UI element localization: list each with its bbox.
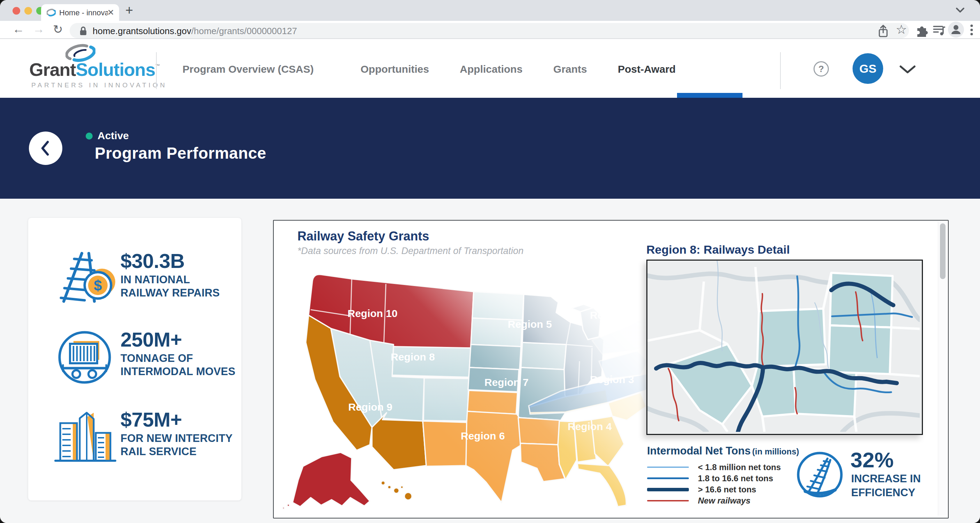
browser-menu-dots-icon[interactable] xyxy=(970,24,974,36)
forward-icon[interactable]: → xyxy=(33,22,45,36)
stat-intermodal-tonnage: 250M+ TONNAGE OF INTERMODAL MOVES xyxy=(28,328,241,398)
map-fade-overlay xyxy=(278,257,669,515)
logo-solutions-text: Solutions xyxy=(76,60,155,80)
new-tab-button[interactable]: + xyxy=(126,3,133,18)
tab-close-icon[interactable]: ✕ xyxy=(107,8,114,17)
lock-icon xyxy=(79,25,88,36)
primary-nav: Program Overview (CSAS) Opportunities Ap… xyxy=(183,63,705,75)
user-avatar[interactable]: GS xyxy=(853,53,883,84)
legend-unit: (in millions) xyxy=(752,447,799,456)
thin-light-blue-line-swatch xyxy=(647,467,689,468)
stat-label-line1: TONNAGE OF xyxy=(121,352,193,365)
medium-blue-line-swatch xyxy=(647,477,689,479)
stat-label-line2: RAILWAY REPAIRS xyxy=(121,287,220,299)
tab-title: Home - innovative Federal gran xyxy=(59,8,108,17)
back-icon[interactable]: ← xyxy=(13,22,24,36)
legend-label: > 16.6 net tons xyxy=(698,485,756,494)
active-status-dot xyxy=(86,133,93,139)
railway-safety-map-card: Railway Safety Grants *Data sources from… xyxy=(273,220,949,518)
url-path: /home/grants/0000000127 xyxy=(191,26,297,36)
legend-title: Intermodal Net Tons xyxy=(647,445,751,457)
stat-label-line1: IN NATIONAL xyxy=(121,274,190,286)
curved-railway-icon xyxy=(795,450,845,500)
legend-label: 1.8 to 16.6 net tons xyxy=(698,474,773,483)
legend-label: New railways xyxy=(698,496,751,506)
logo-wordmark: GrantSolutions™ xyxy=(29,59,160,80)
map-card-scrollbar-track[interactable] xyxy=(938,221,947,516)
url-text: home.grantsolutions.gov/home/grants/0000… xyxy=(93,26,297,36)
efficiency-label-line2: EFFICIENCY xyxy=(851,487,915,499)
browser-profile-avatar[interactable] xyxy=(948,22,964,38)
browser-toolbar: ← → ↻ home.grantsolutions.gov/home/grant… xyxy=(0,21,980,39)
stat-intercity-rail: $75M+ FOR NEW INTERCITY RAIL SERVICE xyxy=(28,408,241,477)
stat-value: $30.3B xyxy=(121,249,185,273)
thick-navy-line-swatch xyxy=(647,488,689,491)
page-title: Program Performance xyxy=(95,144,266,163)
browser-tab[interactable]: Home - innovative Federal gran ✕ xyxy=(41,4,119,21)
nav-item-applications[interactable]: Applications xyxy=(460,63,522,75)
back-button[interactable] xyxy=(29,132,62,165)
nav-item-grants[interactable]: Grants xyxy=(554,63,587,75)
browser-window: Home - innovative Federal gran ✕ + ← → ↻… xyxy=(0,0,980,523)
logo-tagline: PARTNERS IN INNOVATION xyxy=(31,81,167,89)
reload-icon[interactable]: ↻ xyxy=(53,22,63,36)
hero-banner: Active Program Performance xyxy=(0,98,980,199)
nav-item-post-award[interactable]: Post-Award xyxy=(618,63,676,75)
share-icon[interactable] xyxy=(877,24,889,38)
efficiency-stat: 32% INCREASE IN EFFICIENCY xyxy=(795,447,945,510)
svg-text:$: $ xyxy=(94,277,102,294)
page-body: $ $30.3B IN NATIONAL RAILWAY REPAIRS xyxy=(0,199,980,523)
stat-label-line2: RAIL SERVICE xyxy=(121,445,196,458)
favicon-swirl-icon xyxy=(47,8,56,17)
account-chevron-down-icon[interactable] xyxy=(899,64,916,74)
address-bar[interactable]: home.grantsolutions.gov/home/grants/0000… xyxy=(70,23,909,38)
railcar-icon xyxy=(52,328,119,387)
person-icon xyxy=(948,22,964,38)
nav-item-opportunities[interactable]: Opportunities xyxy=(360,63,429,75)
efficiency-label-line1: INCREASE IN xyxy=(851,472,921,485)
stat-railway-repairs: $ $30.3B IN NATIONAL RAILWAY REPAIRS xyxy=(28,249,241,319)
inset-title: Region 8: Railways Detail xyxy=(646,243,790,257)
header-divider-right xyxy=(780,52,781,89)
site-header: GrantSolutions™ PARTNERS IN INNOVATION P… xyxy=(0,39,980,98)
playlist-music-icon[interactable] xyxy=(933,24,947,36)
stat-value: 250M+ xyxy=(121,328,182,351)
screenshot-stage: Home - innovative Federal gran ✕ + ← → ↻… xyxy=(0,0,980,523)
buildings-icon xyxy=(52,408,119,465)
region8-detail-inset xyxy=(646,260,923,435)
us-regions-map: Region 10 Region 8 Region 9 Region 7 Reg… xyxy=(278,257,669,515)
logo-grant-text: Grant xyxy=(29,60,76,80)
stat-value: $75M+ xyxy=(121,408,182,431)
active-nav-underline xyxy=(677,93,743,98)
red-line-swatch xyxy=(647,500,689,501)
map-card-scrollbar-thumb[interactable] xyxy=(940,223,945,279)
region8-detail-map xyxy=(648,261,920,432)
extensions-puzzle-icon[interactable] xyxy=(915,24,928,37)
railway-coin-icon: $ xyxy=(52,249,119,305)
program-stats-card: $ $30.3B IN NATIONAL RAILWAY REPAIRS xyxy=(28,217,242,501)
close-window-button[interactable] xyxy=(13,7,20,14)
stat-label-line1: FOR NEW INTERCITY xyxy=(121,432,233,445)
browser-tabstrip: Home - innovative Federal gran ✕ + xyxy=(0,0,980,21)
efficiency-value: 32% xyxy=(850,447,894,472)
bookmark-star-icon[interactable]: ☆ xyxy=(896,22,907,37)
minimize-window-button[interactable] xyxy=(24,7,32,14)
nav-item-program-overview[interactable]: Program Overview (CSAS) xyxy=(183,63,314,75)
map-source-note: *Data sources from U.S. Department of Tr… xyxy=(298,246,523,257)
help-icon[interactable]: ? xyxy=(813,61,829,76)
url-domain: home.grantsolutions.gov xyxy=(93,26,191,36)
legend-label: < 1.8 million net tons xyxy=(698,463,781,472)
tab-search-chevron-icon[interactable] xyxy=(955,6,966,14)
stat-label-line2: INTERMODAL MOVES xyxy=(121,365,235,378)
status-badge: Active xyxy=(97,130,129,142)
header-divider xyxy=(156,52,157,89)
map-title: Railway Safety Grants xyxy=(298,229,429,244)
chevron-left-icon xyxy=(40,141,49,156)
